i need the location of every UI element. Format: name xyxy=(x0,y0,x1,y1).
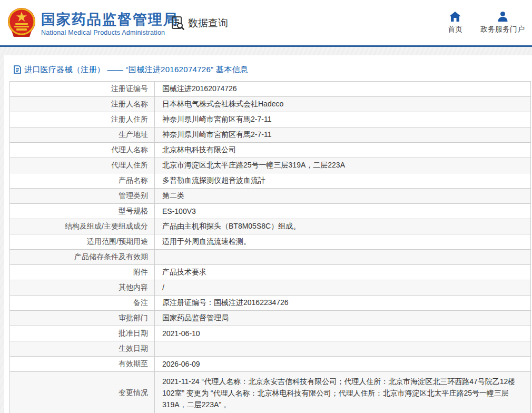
table-row: 适用范围/预期用途 适用于外周血流流速检测。 xyxy=(10,234,531,250)
row-value: 多普勒血流探测仪超音波血流計 xyxy=(155,173,531,189)
table-row: 型号规格 ES-100V3 xyxy=(10,204,531,219)
document-icon xyxy=(14,65,21,74)
national-emblem-logo xyxy=(6,7,37,39)
row-label: 产品名称 xyxy=(10,173,155,189)
registration-info-table: 注册证编号 国械注进20162074726 注册人名称 日本林电气株式会社株式会… xyxy=(9,81,531,413)
content-card: 进口医疗器械（注册） —— “国械注进20162074726” 基本信息 注册证… xyxy=(4,55,532,413)
table-row: 变更情况 2021-11-24 “代理人名称：北京永安吉信科技有限公司；代理人住… xyxy=(10,372,531,413)
table-row: 批准日期 2021-06-10 xyxy=(10,326,531,341)
row-value xyxy=(155,341,531,357)
row-value: 产品由主机和探头（BT8M05S8C）组成。 xyxy=(155,219,531,234)
page-background: 进口医疗器械（注册） —— “国械注进20162074726” 基本信息 注册证… xyxy=(0,47,532,413)
row-value: 北京林电科技有限公司 xyxy=(155,143,531,158)
row-label: 结构及组成/主要组成成分 xyxy=(10,219,155,234)
row-value: 原注册证编号：国械注进20162234726 xyxy=(155,296,531,311)
row-label: 注册证编号 xyxy=(10,82,155,97)
table-row: 结构及组成/主要组成成分 产品由主机和探头（BT8M05S8C）组成。 xyxy=(10,219,531,234)
row-value: 第二类 xyxy=(155,189,531,204)
org-name-english: National Medical Products Administration xyxy=(41,29,179,36)
row-value: 国械注进20162074726 xyxy=(155,82,531,97)
row-value: 2021-06-10 xyxy=(155,326,531,341)
home-nav[interactable]: 首页 xyxy=(448,12,462,34)
data-query-label: 数据查询 xyxy=(188,16,228,30)
row-value: 产品技术要求 xyxy=(155,265,531,280)
user-icon xyxy=(497,12,508,22)
table-row: 产品储存条件及有效期 xyxy=(10,250,531,265)
table-row: 代理人住所 北京市海淀区北太平庄路25号一幢三层319A，二层223A xyxy=(10,158,531,173)
row-label: 变更情况 xyxy=(10,372,155,413)
row-label: 型号规格 xyxy=(10,204,155,219)
table-row: 生效日期 xyxy=(10,341,531,357)
row-label: 备注 xyxy=(10,296,155,311)
portal-nav[interactable]: 政务服务门户 xyxy=(480,12,525,34)
row-label: 管理类别 xyxy=(10,189,155,204)
header-right-nav: 首页 政务服务门户 xyxy=(448,12,525,34)
data-query-nav[interactable]: 数据查询 xyxy=(171,16,228,30)
table-row: 注册人住所 神奈川県川崎市宮前区有馬2-7-11 xyxy=(10,112,531,127)
national-emblem-icon xyxy=(6,7,37,39)
row-value: 北京市海淀区北太平庄路25号一幢三层319A，二层223A xyxy=(155,158,531,173)
row-label: 其他内容 xyxy=(10,280,155,296)
site-header: 国家药品监督管理局 National Medical Products Admi… xyxy=(0,0,532,45)
row-label: 适用范围/预期用途 xyxy=(10,234,155,250)
row-value: 日本林电气株式会社株式会社Hadeco xyxy=(155,97,531,112)
table-row: 审批部门 国家药品监督管理局 xyxy=(10,311,531,326)
row-value: 国家药品监督管理局 xyxy=(155,311,531,326)
row-label: 有效期至 xyxy=(10,357,155,372)
table-row: 管理类别 第二类 xyxy=(10,189,531,204)
row-value: 2026-06-09 xyxy=(155,357,531,372)
home-icon xyxy=(449,12,461,22)
row-value: 适用于外周血流流速检测。 xyxy=(155,234,531,250)
row-label: 产品储存条件及有效期 xyxy=(10,250,155,265)
row-label: 审批部门 xyxy=(10,311,155,326)
row-value: 2021-11-24 “代理人名称：北京永安吉信科技有限公司；代理人住所：北京市… xyxy=(155,372,531,413)
row-label: 附件 xyxy=(10,265,155,280)
data-query-icon xyxy=(171,16,185,30)
row-label: 注册人住所 xyxy=(10,112,155,127)
home-label: 首页 xyxy=(448,25,462,34)
table-row: 有效期至 2026-06-09 xyxy=(10,357,531,372)
breadcrumb: 进口医疗器械（注册） —— “国械注进20162074726” 基本信息 xyxy=(4,55,532,75)
row-label: 批准日期 xyxy=(10,326,155,341)
table-row: 注册证编号 国械注进20162074726 xyxy=(10,82,531,97)
row-label: 生产地址 xyxy=(10,127,155,143)
table-row: 代理人名称 北京林电科技有限公司 xyxy=(10,143,531,158)
table-row: 附件 产品技术要求 xyxy=(10,265,531,280)
row-value: / xyxy=(155,280,531,296)
table-row: 其他内容 / xyxy=(10,280,531,296)
table-row: 注册人名称 日本林电气株式会社株式会社Hadeco xyxy=(10,97,531,112)
row-value: ES-100V3 xyxy=(155,204,531,219)
portal-label: 政务服务门户 xyxy=(480,25,525,34)
breadcrumb-text: 进口医疗器械（注册） —— “国械注进20162074726” 基本信息 xyxy=(24,65,248,75)
table-row: 产品名称 多普勒血流探测仪超音波血流計 xyxy=(10,173,531,189)
table-row: 生产地址 神奈川県川崎市宮前区有馬2-7-11 xyxy=(10,127,531,143)
brand-block: 国家药品监督管理局 National Medical Products Admi… xyxy=(41,12,179,36)
row-label: 注册人名称 xyxy=(10,97,155,112)
row-value xyxy=(155,250,531,265)
row-label: 生效日期 xyxy=(10,341,155,357)
org-name: 国家药品监督管理局 xyxy=(41,12,179,27)
info-table-body: 注册证编号 国械注进20162074726 注册人名称 日本林电气株式会社株式会… xyxy=(10,82,531,413)
row-label: 代理人名称 xyxy=(10,143,155,158)
row-label: 代理人住所 xyxy=(10,158,155,173)
row-value: 神奈川県川崎市宮前区有馬2-7-11 xyxy=(155,112,531,127)
table-row: 备注 原注册证编号：国械注进20162234726 xyxy=(10,296,531,311)
row-value: 神奈川県川崎市宮前区有馬2-7-11 xyxy=(155,127,531,143)
